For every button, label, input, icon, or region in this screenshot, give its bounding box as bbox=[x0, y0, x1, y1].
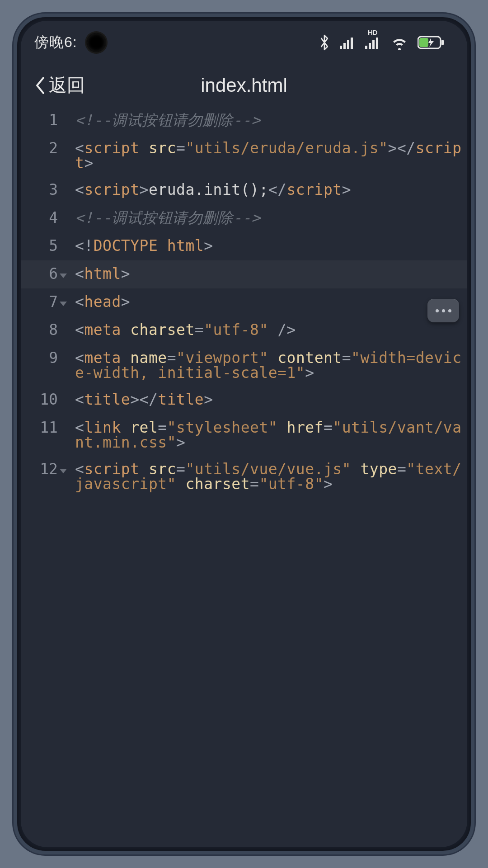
screen: 傍晚6: HD bbox=[21, 21, 467, 847]
status-right: HD bbox=[318, 34, 445, 51]
status-bar: 傍晚6: HD bbox=[21, 21, 467, 64]
code-content[interactable]: <script>eruda.init();</script> bbox=[65, 182, 467, 197]
code-line[interactable]: 1<!--调试按钮请勿删除--> bbox=[21, 107, 467, 135]
code-line[interactable]: 11<link rel="stylesheet" href="utils/van… bbox=[21, 414, 467, 456]
line-number: 4 bbox=[21, 210, 65, 225]
line-number: 3 bbox=[21, 182, 65, 197]
code-content[interactable]: <link rel="stylesheet" href="utils/vant/… bbox=[65, 420, 467, 450]
header-bar: 返回 index.html bbox=[21, 64, 467, 107]
back-button[interactable]: 返回 bbox=[34, 73, 85, 98]
code-line[interactable]: 8<meta charset="utf-8" /> bbox=[21, 316, 467, 344]
code-line[interactable]: 2<script src="utils/eruda/eruda.js"></sc… bbox=[21, 135, 467, 176]
code-content[interactable]: <!--调试按钮请勿删除--> bbox=[65, 113, 467, 127]
code-line[interactable]: 5<!DOCTYPE html> bbox=[21, 232, 467, 260]
code-content[interactable]: <title></title> bbox=[65, 392, 467, 407]
code-line[interactable]: 7<head> bbox=[21, 288, 467, 316]
back-label: 返回 bbox=[49, 73, 85, 98]
phone-frame: 傍晚6: HD bbox=[14, 14, 474, 854]
code-content[interactable]: <head> bbox=[65, 294, 467, 309]
line-number: 6 bbox=[21, 266, 65, 281]
line-number: 9 bbox=[21, 350, 65, 365]
code-line[interactable]: 3<script>eruda.init();</script> bbox=[21, 176, 467, 204]
battery-charging-icon bbox=[418, 35, 445, 50]
bluetooth-icon bbox=[318, 34, 331, 51]
line-number: 5 bbox=[21, 238, 65, 253]
code-line[interactable]: 10<title></title> bbox=[21, 386, 467, 414]
camera-hole bbox=[86, 33, 106, 52]
line-number: 8 bbox=[21, 322, 65, 337]
code-line[interactable]: 9<meta name="viewport" content="width=de… bbox=[21, 344, 467, 386]
fold-marker-icon[interactable] bbox=[60, 469, 67, 473]
chevron-left-icon bbox=[34, 76, 45, 95]
code-content[interactable]: <meta name="viewport" content="width=dev… bbox=[65, 350, 467, 380]
svg-rect-5 bbox=[369, 43, 371, 49]
code-content[interactable]: <!--调试按钮请勿删除--> bbox=[65, 210, 467, 225]
code-line[interactable]: 6<html> bbox=[21, 260, 467, 288]
hd-signal-icon: HD bbox=[365, 36, 381, 49]
more-actions-button[interactable] bbox=[427, 299, 459, 322]
page-title: index.html bbox=[201, 75, 287, 96]
svg-rect-10 bbox=[441, 40, 444, 45]
code-line[interactable]: 4<!--调试按钮请勿删除--> bbox=[21, 204, 467, 232]
code-editor[interactable]: 1<!--调试按钮请勿删除-->2<script src="utils/erud… bbox=[21, 107, 467, 497]
svg-rect-1 bbox=[343, 43, 346, 49]
svg-rect-9 bbox=[419, 38, 428, 47]
code-content[interactable]: <meta charset="utf-8" /> bbox=[65, 322, 467, 337]
line-number: 2 bbox=[21, 141, 65, 156]
svg-rect-4 bbox=[365, 46, 367, 49]
dot-icon bbox=[442, 309, 445, 312]
line-number: 10 bbox=[21, 392, 65, 407]
dot-icon bbox=[448, 309, 451, 312]
dot-icon bbox=[436, 309, 439, 312]
fold-marker-icon[interactable] bbox=[60, 274, 67, 278]
code-content[interactable]: <script src="utils/eruda/eruda.js"></scr… bbox=[65, 141, 467, 170]
svg-rect-0 bbox=[340, 46, 342, 49]
line-number: 11 bbox=[21, 420, 65, 435]
svg-rect-7 bbox=[376, 38, 378, 49]
svg-rect-2 bbox=[347, 40, 349, 49]
fold-marker-icon[interactable] bbox=[60, 302, 67, 306]
code-content[interactable]: <html> bbox=[65, 266, 467, 281]
code-line[interactable]: 12<script src="utils/vue/vue.js" type="t… bbox=[21, 456, 467, 497]
svg-rect-3 bbox=[351, 38, 353, 49]
signal-icon bbox=[340, 36, 356, 49]
line-number: 12 bbox=[21, 462, 65, 476]
svg-rect-6 bbox=[372, 40, 375, 49]
line-number: 1 bbox=[21, 113, 65, 127]
code-content[interactable]: <!DOCTYPE html> bbox=[65, 238, 467, 253]
code-content[interactable]: <script src="utils/vue/vue.js" type="tex… bbox=[65, 462, 467, 491]
line-number: 7 bbox=[21, 294, 65, 309]
wifi-icon bbox=[390, 35, 408, 50]
status-time: 傍晚6: bbox=[34, 33, 77, 52]
